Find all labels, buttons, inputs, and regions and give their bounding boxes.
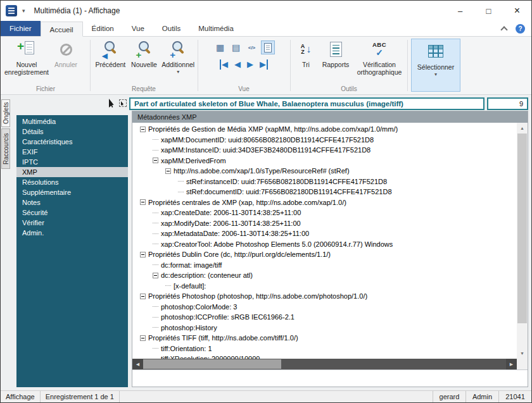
spellcheck-button[interactable]: ABC ✓ Vérification orthographique — [353, 39, 406, 77]
nav-item-r-solutions[interactable]: Résolutions — [16, 177, 128, 187]
tree-row[interactable]: photoshop:ColorMode: 3 — [132, 302, 517, 313]
collapse-icon[interactable] — [153, 273, 158, 278]
tree-connector — [153, 264, 158, 265]
tree-row[interactable]: stRef:instanceID: uuid:7F656B082180DB119… — [132, 177, 517, 187]
nav-item-exif[interactable]: EXIF — [16, 147, 128, 157]
tree-row[interactable]: Propriétés centrales de XMP (xap, http:/… — [132, 197, 517, 208]
select-records-caret-icon[interactable]: ▾ — [434, 71, 437, 77]
group-label-requete: Requête — [91, 85, 196, 92]
select-table-icon — [428, 45, 443, 58]
additional-query-caret-icon[interactable]: ▾ — [177, 69, 179, 75]
tree-row[interactable]: Propriétés Dublin Core (dc, http://purl.… — [132, 249, 517, 260]
new-record-button[interactable]: + Nouvel enregistrement — [4, 39, 49, 77]
tree-row[interactable]: [x-default]: — [132, 281, 517, 292]
collapse-icon[interactable] — [153, 158, 158, 163]
sort-button[interactable]: AZ ↓ Tri — [293, 39, 319, 70]
form-view-button[interactable] — [261, 40, 275, 54]
tree-row[interactable]: Propriétés Photoshop (photoshop, http://… — [132, 291, 517, 302]
collapse-ribbon-icon[interactable] — [500, 26, 507, 33]
tree-label: photoshop:ColorMode: 3 — [161, 303, 237, 311]
nav-item-iptc[interactable]: IPTC — [16, 157, 128, 167]
scroll-right-icon[interactable]: ▶ — [506, 359, 517, 369]
nav-item-caract-ristiques[interactable]: Caractéristiques — [16, 137, 128, 147]
tree-row[interactable]: tiff:Orientation: 1 — [132, 344, 517, 354]
first-record-icon[interactable]: ◀ — [220, 59, 228, 70]
tree-row[interactable]: Propriétés de Gestion de Média XMP (xapM… — [132, 124, 517, 135]
select-tool-icon[interactable] — [119, 99, 127, 107]
grid-view-icon: ▦ — [216, 42, 224, 53]
tab-outils[interactable]: Outils — [153, 21, 189, 36]
tab-multimédia[interactable]: Multimédia — [189, 21, 243, 36]
tree-label: xap:ModifyDate: 2006-11-30T14:38:25+11:0… — [161, 220, 301, 227]
code-view-button[interactable]: </> — [245, 40, 259, 54]
tree-row[interactable]: xap:ModifyDate: 2006-11-30T14:38:25+11:0… — [132, 218, 517, 229]
tree-row[interactable]: photoshop:History — [132, 323, 517, 333]
tree-row[interactable]: http://ns.adobe.com/xap/1.0/sType/Resour… — [132, 166, 517, 177]
tree-row[interactable]: Propriétés TIFF (tiff, http://ns.adobe.c… — [132, 333, 517, 344]
select-records-button[interactable]: Sélectionner ▾ — [411, 39, 460, 92]
minimize-button[interactable]: – — [446, 1, 474, 21]
collapse-icon[interactable] — [165, 168, 171, 174]
previous-query-button[interactable]: ◀ Précédent — [92, 39, 129, 70]
vertical-scrollbar[interactable]: ▲ ▼ — [517, 123, 528, 359]
tree-row[interactable]: stRef:documentID: uuid:7F656B082180DB119… — [132, 187, 517, 197]
horizontal-scrollbar[interactable]: ◀ ▶ — [132, 359, 517, 369]
tab-édition[interactable]: Édition — [83, 21, 123, 36]
app-icon[interactable] — [6, 5, 17, 16]
scroll-left-icon[interactable]: ◀ — [132, 359, 143, 369]
collapse-icon[interactable] — [140, 335, 146, 341]
collapse-icon[interactable] — [140, 127, 146, 132]
tree-row[interactable]: tiff:XResolution: 2000000/10000 — [132, 354, 517, 359]
tree-row[interactable]: xapMM:DerivedFrom — [132, 156, 517, 166]
tree-row[interactable]: dc:format: image/tiff — [132, 260, 517, 271]
tree-row[interactable]: dc:description: (conteneur atl) — [132, 270, 517, 281]
maximize-button[interactable]: □ — [474, 1, 503, 21]
collapse-icon[interactable] — [140, 199, 146, 205]
horizontal-scroll-track[interactable] — [143, 359, 506, 369]
help-icon[interactable]: ? — [516, 24, 525, 34]
new-query-button[interactable]: + Nouvelle — [129, 39, 160, 70]
nav-item-d-tails[interactable]: Détails — [16, 127, 128, 137]
reports-button[interactable]: Rapports — [319, 39, 353, 70]
side-tab-onglets[interactable]: Onglets — [1, 99, 10, 127]
tree-row[interactable]: xapMM:DocumentID: uuid:80656B082180DB119… — [132, 135, 517, 146]
tree-label: xap:CreateDate: 2006-11-30T14:38:25+11:0… — [161, 209, 301, 216]
scroll-down-icon[interactable]: ▼ — [517, 348, 528, 359]
tree-row[interactable]: xap:MetadataDate: 2006-11-30T14:38:25+11… — [132, 228, 517, 239]
additional-query-button[interactable]: + Additionnel ▾ — [160, 39, 196, 76]
additional-query-label: Additionnel — [162, 61, 194, 68]
nav-item-admin-[interactable]: Admin. — [16, 228, 128, 238]
nav-item-notes[interactable]: Notes — [16, 197, 128, 208]
sort-label: Tri — [302, 61, 310, 68]
list-view-button[interactable]: ▤ — [229, 40, 243, 54]
next-record-icon[interactable]: ▶ — [247, 59, 253, 70]
last-record-icon[interactable]: ▶ — [260, 59, 268, 70]
vertical-scroll-thumb[interactable] — [517, 133, 527, 323]
vertical-scroll-track[interactable] — [517, 133, 528, 348]
side-tab-raccourcis[interactable]: Raccourcis — [1, 128, 10, 169]
nav-item-suppl-mentaire[interactable]: Supplémentaire — [16, 187, 128, 197]
quick-access-caret-icon[interactable]: ▾ — [22, 8, 25, 14]
search-previous-icon: ◀ — [102, 40, 118, 59]
nav-item-s-curit-[interactable]: Sécurité — [16, 208, 128, 218]
cursor-tool-icon[interactable] — [109, 99, 116, 108]
nav-item-xmp[interactable]: XMP — [16, 167, 128, 177]
tree-row[interactable]: xap:CreatorTool: Adobe Photoshop Element… — [132, 239, 517, 250]
previous-record-icon[interactable]: ◀ — [234, 59, 241, 70]
close-button[interactable]: × — [503, 1, 531, 21]
horizontal-scroll-thumb[interactable] — [143, 359, 281, 369]
nav-item-v-rifier[interactable]: Vérifier — [16, 218, 128, 228]
tree-row[interactable]: photoshop:ICCProfile: sRGB IEC61966-2.1 — [132, 312, 517, 323]
collapse-icon[interactable] — [140, 294, 146, 299]
tab-fichier[interactable]: Fichier — [1, 21, 41, 36]
scroll-up-icon[interactable]: ▲ — [517, 123, 528, 133]
collapse-icon[interactable] — [140, 252, 146, 257]
tree-row[interactable]: xap:CreateDate: 2006-11-30T14:38:25+11:0… — [132, 208, 517, 218]
new-query-label: Nouvelle — [131, 61, 157, 68]
tab-accueil[interactable]: Accueil — [41, 22, 83, 37]
tab-vue[interactable]: Vue — [123, 21, 153, 36]
tree-row[interactable]: xapMM:InstanceID: uuid:34D3EF3B2480DB119… — [132, 145, 517, 156]
nav-item-multim-dia[interactable]: Multimédia — [16, 116, 128, 127]
grid-view-button[interactable]: ▦ — [213, 40, 227, 54]
group-label-outils: Outils — [292, 85, 406, 92]
